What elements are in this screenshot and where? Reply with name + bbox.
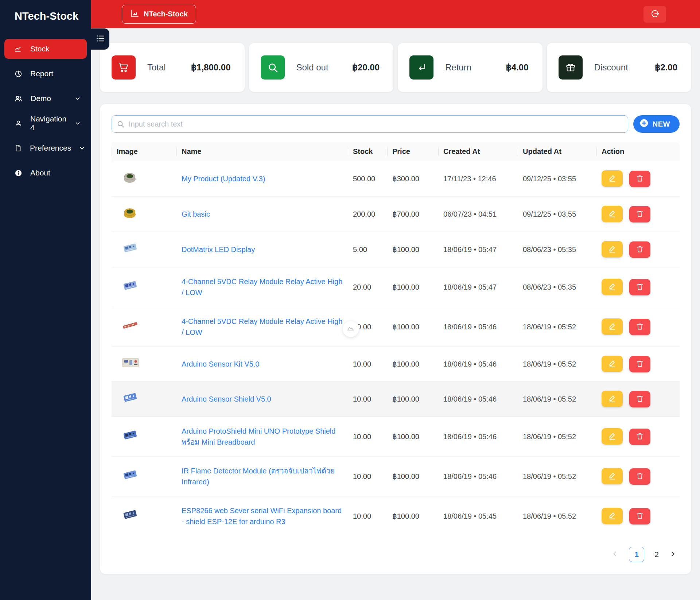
column-header: Image	[112, 142, 176, 161]
table-row: DotMatrix LED Display 5.00 ฿100.00 18/06…	[112, 232, 680, 267]
stock-cell: 500.00	[348, 161, 387, 197]
pagination-prev-button[interactable]	[611, 550, 619, 559]
table-row: 4-Channel 5VDC Relay Module Relay Active…	[112, 307, 680, 347]
delete-button[interactable]	[629, 468, 650, 485]
stat-label: Sold out	[296, 62, 328, 73]
delete-button[interactable]	[629, 356, 650, 372]
delete-button[interactable]	[629, 206, 650, 222]
price-cell: ฿100.00	[387, 382, 438, 417]
stock-panel: NEW ImageNameStockPriceCreated AtUpdated…	[100, 104, 691, 574]
product-name-link[interactable]: 4-Channel 5VDC Relay Module Relay Active…	[182, 317, 342, 336]
sidebar-item-demo[interactable]: Demo	[4, 89, 87, 108]
stat-card-total: Total ฿1,800.00	[100, 43, 245, 92]
table-header-row: ImageNameStockPriceCreated AtUpdated AtA…	[112, 142, 680, 161]
product-image-cell	[112, 232, 176, 267]
edit-button[interactable]	[602, 391, 623, 407]
pagination-page-1[interactable]: 1	[629, 547, 644, 562]
chevron-left-icon	[611, 550, 619, 559]
plus-circle-icon	[639, 118, 649, 130]
product-name-link[interactable]: 4-Channel 5VDC Relay Module Relay Active…	[182, 278, 342, 297]
created-at-cell: 17/11/23 • 12:46	[438, 161, 518, 197]
created-at-cell: 18/06/19 • 05:47	[438, 232, 518, 267]
edit-button[interactable]	[602, 279, 623, 295]
logout-button[interactable]	[643, 6, 666, 23]
table-body: My Product (Updated V.3) 500.00 ฿300.00 …	[112, 161, 680, 536]
product-thumbnail	[121, 178, 139, 186]
logout-icon	[650, 9, 660, 20]
edit-icon	[608, 394, 617, 404]
sidebar-nav: Stock Report Demo Navigation 4	[0, 39, 91, 183]
action-cell	[596, 267, 680, 307]
topbar: NTech-Stock	[91, 0, 700, 28]
edit-button[interactable]	[602, 206, 623, 222]
pagination-next-button[interactable]	[669, 550, 677, 559]
stock-cell: 20.00	[348, 267, 387, 307]
product-name-link[interactable]: My Product (Updated V.3)	[182, 175, 265, 183]
product-name-link[interactable]: Git basic	[182, 210, 210, 218]
product-name-link[interactable]: Arduino Sensor Shield V5.0	[182, 395, 271, 403]
product-thumbnail	[121, 363, 140, 371]
stat-label: Return	[445, 62, 471, 73]
stock-table: ImageNameStockPriceCreated AtUpdated AtA…	[112, 142, 680, 536]
chevron-right-icon	[669, 550, 677, 559]
table-row: ESP8266 web Sever serial WiFi Expansion …	[112, 496, 680, 536]
new-button[interactable]: NEW	[633, 115, 680, 133]
edit-button[interactable]	[602, 170, 623, 187]
delete-button[interactable]	[629, 508, 650, 524]
sidebar-item-label: Demo	[31, 94, 51, 103]
trash-icon	[635, 322, 644, 332]
sidebar-item-about[interactable]: About	[4, 163, 87, 183]
product-thumbnail	[121, 326, 139, 334]
edit-button[interactable]	[602, 508, 623, 524]
trash-icon	[635, 359, 644, 369]
trash-icon	[635, 511, 644, 521]
sidebar-toggle-button[interactable]	[91, 28, 109, 50]
price-cell: ฿100.00	[387, 496, 438, 536]
product-name-link[interactable]: ESP8266 web Sever serial WiFi Expansion …	[182, 507, 342, 526]
delete-button[interactable]	[629, 391, 650, 407]
edit-button[interactable]	[602, 241, 623, 258]
created-at-cell: 18/06/19 • 05:47	[438, 267, 518, 307]
action-cell	[596, 382, 680, 417]
product-image-cell	[112, 417, 176, 457]
stat-value: ฿1,800.00	[191, 62, 231, 73]
created-at-cell: 18/06/19 • 05:46	[438, 457, 518, 496]
sidebar-item-report[interactable]: Report	[4, 64, 87, 84]
product-name-link[interactable]: Arduino ProtoShield Mini UNO Prototype S…	[182, 427, 335, 446]
created-at-cell: 18/06/19 • 05:45	[438, 496, 518, 536]
edit-button[interactable]	[602, 428, 623, 445]
stat-label: Total	[147, 62, 166, 73]
edit-icon	[608, 209, 617, 219]
edit-icon	[608, 244, 617, 255]
delete-button[interactable]	[629, 171, 650, 187]
sidebar-item-preferences[interactable]: Preferences	[4, 138, 87, 158]
action-cell	[596, 197, 680, 232]
searchic-icon	[261, 55, 285, 80]
sidebar-item-label: Preferences	[30, 144, 71, 152]
stock-cell: 10.00	[348, 347, 387, 382]
price-cell: ฿100.00	[387, 307, 438, 347]
product-thumbnail	[121, 398, 139, 406]
delete-button[interactable]	[629, 429, 650, 445]
cart-icon	[112, 55, 136, 80]
edit-button[interactable]	[602, 468, 623, 484]
column-header: Stock	[348, 142, 387, 161]
sidebar-item-stock[interactable]: Stock	[4, 39, 87, 59]
table-row: My Product (Updated V.3) 500.00 ฿300.00 …	[112, 161, 680, 197]
delete-button[interactable]	[629, 319, 650, 335]
brand-button[interactable]: NTech-Stock	[122, 5, 196, 24]
product-name-link[interactable]: IR Flame Detector Module (ตรวจจับเปลวไฟด…	[182, 467, 335, 486]
sidebar-item-label: Stock	[30, 44, 50, 53]
edit-button[interactable]	[602, 318, 623, 335]
edit-icon	[608, 322, 617, 332]
mountain-icon	[346, 324, 355, 334]
search-input[interactable]	[112, 115, 628, 133]
pagination-page-2[interactable]: 2	[654, 550, 659, 559]
sidebar-item-navigation[interactable]: Navigation 4	[4, 113, 87, 133]
new-button-label: NEW	[653, 120, 670, 128]
product-name-link[interactable]: Arduino Sensor Kit V5.0	[182, 360, 259, 368]
edit-button[interactable]	[602, 356, 623, 372]
product-name-link[interactable]: DotMatrix LED Display	[182, 245, 255, 253]
delete-button[interactable]	[629, 241, 650, 258]
delete-button[interactable]	[629, 279, 650, 295]
